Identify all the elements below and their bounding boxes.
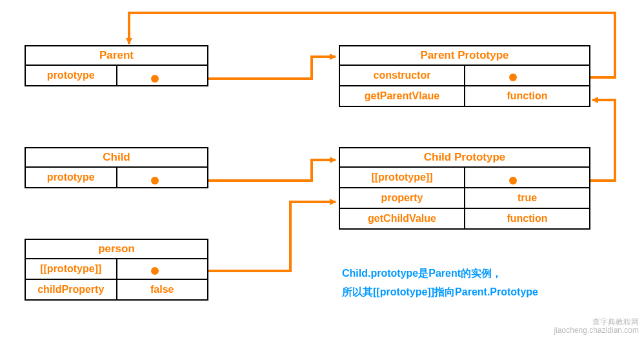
child-proto-getchild-label: getChildValue: [340, 209, 465, 228]
child-prototype-title: Child Prototype: [340, 148, 589, 168]
parent-box: Parent prototype: [25, 45, 208, 86]
child-proto-getchild-value: function: [465, 209, 589, 228]
child-title: Child: [26, 148, 207, 168]
dot-parent-prototype: [151, 75, 159, 83]
annotation-line1: Child.prototype是Parent的实例，: [342, 264, 538, 283]
parent-proto-getparent-label: getParentVlaue: [340, 86, 465, 106]
parent-prototype-box: Parent Prototype constructor getParentVl…: [339, 45, 590, 107]
child-box: Child prototype: [25, 147, 208, 188]
child-proto-property-label: property: [340, 188, 465, 208]
dot-person-prototype: [151, 267, 159, 275]
dot-parent-proto-constructor: [509, 74, 517, 81]
dot-child-prototype: [151, 177, 159, 184]
annotation-line2: 所以其[[prototype]]指向Parent.Prototype: [342, 283, 538, 302]
person-proto-label: [[prototype]]: [26, 259, 117, 279]
person-box: person [[prototype]] childProperty false: [25, 239, 208, 301]
annotation-note: Child.prototype是Parent的实例， 所以其[[prototyp…: [342, 264, 538, 302]
watermark-line2: jiaocheng.chazidian.com: [554, 326, 639, 335]
watermark-line1: 查字典教程网: [554, 318, 639, 326]
person-title: person: [26, 240, 207, 259]
parent-prototype-value: [117, 66, 208, 85]
child-proto-proto-value: [465, 168, 589, 187]
parent-prototype-label: prototype: [26, 66, 117, 85]
child-proto-property-value: true: [465, 188, 589, 208]
child-prototype-box: Child Prototype [[prototype]] property t…: [339, 147, 590, 230]
person-childproperty-value: false: [117, 280, 208, 299]
person-proto-value: [117, 259, 208, 279]
person-childproperty-label: childProperty: [26, 280, 117, 299]
parent-proto-getparent-value: function: [465, 86, 589, 106]
watermark: 查字典教程网 jiaocheng.chazidian.com: [554, 318, 639, 335]
parent-proto-constructor-value: [465, 66, 589, 85]
parent-title: Parent: [26, 46, 207, 66]
parent-prototype-title: Parent Prototype: [340, 46, 589, 66]
dot-child-proto-prototype: [509, 177, 517, 184]
parent-proto-constructor-label: constructor: [340, 66, 465, 85]
child-proto-proto-label: [[prototype]]: [340, 168, 465, 187]
child-prototype-label: prototype: [26, 168, 117, 187]
child-prototype-value: [117, 168, 208, 187]
